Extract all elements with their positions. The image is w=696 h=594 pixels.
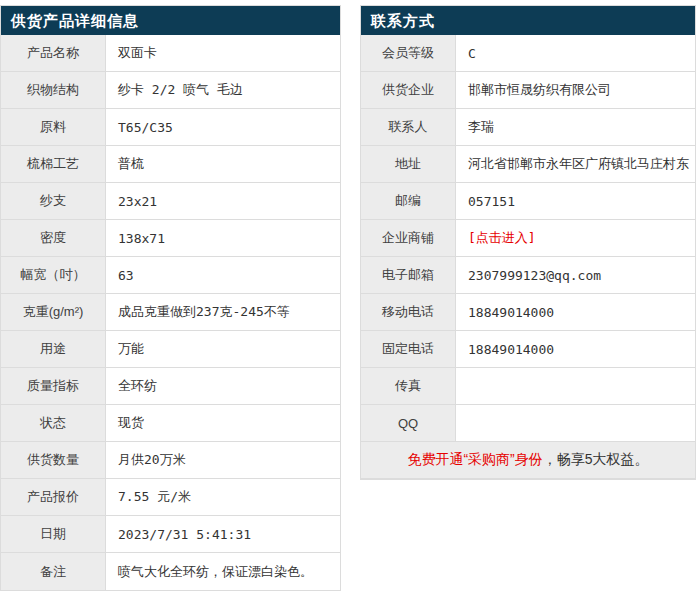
contact-info-table: 会员等级 C 供货企业 邯郸市恒晟纺织有限公司 联系人 李瑞 地址 河北省邯郸市…	[361, 35, 695, 479]
row-company-shop: 企业商铺 [点击进入]	[361, 220, 695, 257]
product-details-panel: 供货产品详细信息 产品名称 双面卡 织物结构 纱卡 2/2 喷气 毛边 原料 T…	[0, 5, 341, 591]
row-value: 普梳	[106, 146, 340, 182]
buyer-promo-text: ，畅享5大权益。	[543, 451, 649, 469]
row-label: 状态	[1, 405, 106, 441]
row-status: 状态 现货	[1, 405, 340, 442]
row-label: 联系人	[361, 109, 456, 145]
row-label: 地址	[361, 146, 456, 182]
row-address: 地址 河北省邯郸市永年区广府镇北马庄村东	[361, 146, 695, 183]
row-email: 电子邮箱 2307999123@qq.com	[361, 257, 695, 294]
row-label: 克重(g/m²)	[1, 294, 106, 330]
row-value: T65/C35	[106, 109, 340, 145]
row-value	[456, 368, 695, 404]
row-label: 会员等级	[361, 35, 456, 71]
row-value: 月供20万米	[106, 442, 340, 478]
row-value: 成品克重做到237克-245不等	[106, 294, 340, 330]
row-label: 电子邮箱	[361, 257, 456, 293]
row-product-price: 产品报价 7.55 元/米	[1, 479, 340, 516]
row-value: 7.55 元/米	[106, 479, 340, 515]
row-mobile-phone: 移动电话 18849014000	[361, 294, 695, 331]
row-supply-quantity: 供货数量 月供20万米	[1, 442, 340, 479]
row-yarn-count: 纱支 23x21	[1, 183, 340, 220]
row-value: 现货	[106, 405, 340, 441]
row-label: 备注	[1, 553, 106, 590]
row-label: 纱支	[1, 183, 106, 219]
row-value: 138x71	[106, 220, 340, 256]
row-label: 织物结构	[1, 72, 106, 108]
row-supplier-company: 供货企业 邯郸市恒晟纺织有限公司	[361, 72, 695, 109]
row-value: 万能	[106, 331, 340, 367]
row-fax: 传真	[361, 368, 695, 405]
row-value: 18849014000	[456, 331, 695, 367]
row-width-inch: 幅宽（吋） 63	[1, 257, 340, 294]
row-usage: 用途 万能	[1, 331, 340, 368]
open-buyer-account-link[interactable]: 免费开通“采购商”身份	[407, 451, 542, 469]
row-value: [点击进入]	[456, 220, 695, 256]
row-value: 邯郸市恒晟纺织有限公司	[456, 72, 695, 108]
row-label: QQ	[361, 405, 456, 441]
row-label: 用途	[1, 331, 106, 367]
row-member-level: 会员等级 C	[361, 35, 695, 72]
row-value	[456, 405, 695, 441]
row-label: 幅宽（吋）	[1, 257, 106, 293]
row-qq: QQ	[361, 405, 695, 442]
row-label: 供货企业	[361, 72, 456, 108]
row-value: 63	[106, 257, 340, 293]
row-contact-person: 联系人 李瑞	[361, 109, 695, 146]
row-value: 喷气大化全环纺，保证漂白染色。	[106, 553, 340, 590]
row-label: 产品报价	[1, 479, 106, 515]
row-value: C	[456, 35, 695, 71]
row-label: 质量指标	[1, 368, 106, 404]
row-carding-process: 梳棉工艺 普梳	[1, 146, 340, 183]
panel-title: 联系方式	[361, 6, 695, 35]
row-postal-code: 邮编 057151	[361, 183, 695, 220]
buyer-promo-row: 免费开通“采购商”身份，畅享5大权益。	[361, 442, 695, 479]
row-label: 固定电话	[361, 331, 456, 367]
row-value: 18849014000	[456, 294, 695, 330]
row-weight-gsm: 克重(g/m²) 成品克重做到237克-245不等	[1, 294, 340, 331]
row-value: 纱卡 2/2 喷气 毛边	[106, 72, 340, 108]
row-value: 23x21	[106, 183, 340, 219]
row-density: 密度 138x71	[1, 220, 340, 257]
row-label: 日期	[1, 516, 106, 552]
row-raw-material: 原料 T65/C35	[1, 109, 340, 146]
row-label: 移动电话	[361, 294, 456, 330]
row-value: 2023/7/31 5:41:31	[106, 516, 340, 552]
panel-title: 供货产品详细信息	[1, 6, 340, 35]
row-product-name: 产品名称 双面卡	[1, 35, 340, 72]
row-label: 邮编	[361, 183, 456, 219]
row-fabric-structure: 织物结构 纱卡 2/2 喷气 毛边	[1, 72, 340, 109]
row-remarks: 备注 喷气大化全环纺，保证漂白染色。	[1, 553, 340, 590]
row-fixed-phone: 固定电话 18849014000	[361, 331, 695, 368]
row-label: 企业商铺	[361, 220, 456, 256]
row-value: 2307999123@qq.com	[456, 257, 695, 293]
row-label: 密度	[1, 220, 106, 256]
row-value: 双面卡	[106, 35, 340, 71]
row-value: 057151	[456, 183, 695, 219]
row-value: 河北省邯郸市永年区广府镇北马庄村东	[456, 146, 695, 182]
row-value: 李瑞	[456, 109, 695, 145]
row-label: 供货数量	[1, 442, 106, 478]
row-label: 原料	[1, 109, 106, 145]
supplier-product-page: 供货产品详细信息 产品名称 双面卡 织物结构 纱卡 2/2 喷气 毛边 原料 T…	[0, 0, 696, 591]
row-date: 日期 2023/7/31 5:41:31	[1, 516, 340, 553]
contact-info-panel: 联系方式 会员等级 C 供货企业 邯郸市恒晟纺织有限公司 联系人 李瑞 地址 河…	[360, 5, 696, 480]
row-quality-index: 质量指标 全环纺	[1, 368, 340, 405]
shop-enter-link[interactable]: [点击进入]	[468, 229, 536, 247]
row-label: 传真	[361, 368, 456, 404]
row-label: 梳棉工艺	[1, 146, 106, 182]
row-value: 全环纺	[106, 368, 340, 404]
row-label: 产品名称	[1, 35, 106, 71]
product-details-table: 产品名称 双面卡 织物结构 纱卡 2/2 喷气 毛边 原料 T65/C35 梳棉…	[1, 35, 340, 590]
